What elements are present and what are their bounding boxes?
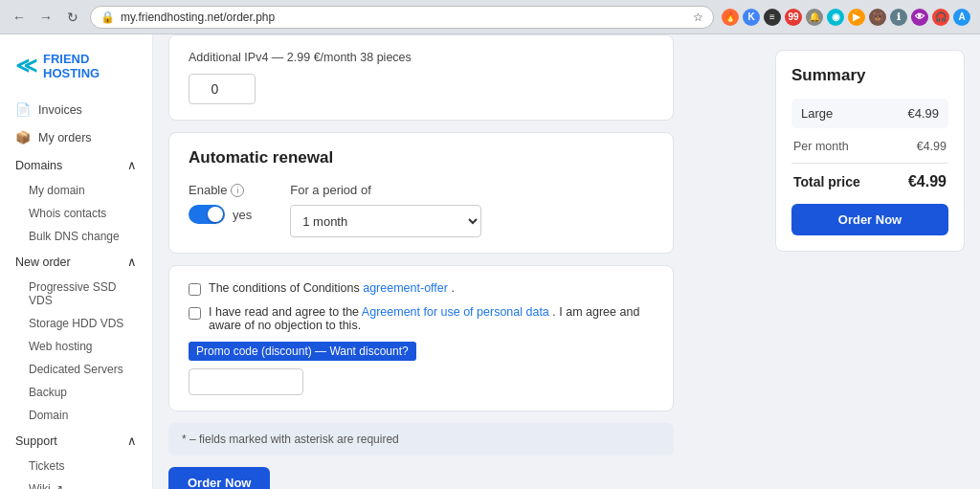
sidebar-item-whois-contacts-label: Whois contacts [29,207,106,220]
period-label: For a period of [290,183,481,197]
summary-total-label: Total price [793,174,860,189]
back-button[interactable]: ← [10,8,29,27]
enable-info-icon[interactable]: i [231,184,244,197]
ipv4-header: Additional IPv4 — 2.99 €/month 38 pieces [189,51,654,64]
conditions-link[interactable]: agreement-offer [363,281,448,295]
personal-data-row: I have read and agree to the Agreement f… [189,305,654,332]
sidebar-item-domain-label: Domain [29,409,68,422]
summary-title: Summary [791,66,948,85]
sidebar-item-invoices-label: Invoices [38,103,82,117]
sidebar-item-web-hosting-label: Web hosting [29,340,93,353]
logo: ≪ FRIEND HOSTING [0,44,152,96]
required-note: * – fields marked with asterisk are requ… [168,423,674,456]
summary-per-month: Per month €4.99 [791,140,948,153]
ext-icon-4[interactable]: 99 [785,9,802,26]
sidebar-item-tickets-label: Tickets [29,459,65,473]
per-month-label: Per month [793,140,849,153]
ipv4-card: Additional IPv4 — 2.99 €/month 38 pieces [168,34,674,121]
enable-group: Enable i yes [189,183,252,224]
sidebar-item-progressive-ssd[interactable]: Progressive SSD VDS [0,276,152,312]
personal-data-link[interactable]: Agreement for use of personal data [362,305,549,319]
ext-icon-12[interactable]: A [953,9,970,26]
toggle-knob [208,207,223,222]
sidebar-item-web-hosting[interactable]: Web hosting [0,335,152,358]
sidebar-item-wiki-label: Wiki ↗ [29,482,63,489]
summary-total-row: Total price €4.99 [791,173,948,190]
sidebar-section-new-order-label: New order [15,256,71,269]
chevron-up-icon-3: ∧ [127,433,137,448]
sidebar-item-my-domain[interactable]: My domain [0,179,152,202]
ipv4-header-text: Additional IPv4 — 2.99 €/month 38 pieces [189,51,412,64]
ext-icon-9[interactable]: ℹ [890,9,907,26]
app-container: ≪ FRIEND HOSTING 📄 Invoices 📦 My orders … [0,34,980,489]
sidebar-item-backup[interactable]: Backup [0,381,152,404]
sidebar-item-storage-hdd[interactable]: Storage HDD VDS [0,312,152,335]
toggle-row: yes [189,205,252,224]
sidebar-item-storage-hdd-label: Storage HDD VDS [29,317,123,330]
ext-icon-2[interactable]: K [743,9,760,26]
summary-plan-row: Large €4.99 [791,99,948,128]
invoices-icon: 📄 [15,102,31,117]
ext-icon-7[interactable]: ▶ [848,9,865,26]
star-icon: ☆ [693,11,703,24]
browser-extension-icons: 🔥 K ≡ 99 🔔 ◉ ▶ 🐻 ℹ 👁 🎧 A [722,9,970,26]
sidebar-section-domains-label: Domains [15,159,62,172]
sidebar-item-dedicated-servers[interactable]: Dedicated Servers [0,358,152,381]
sidebar-section-domains[interactable]: Domains ∧ [0,151,152,179]
enable-label: Enable i [189,183,252,197]
renewal-row: Enable i yes For a period of [189,183,654,237]
summary-card: Summary Large €4.99 Per month €4.99 Tota… [775,50,965,252]
url-bar[interactable]: 🔒 my.friendhosting.net/order.php ☆ [90,6,714,29]
ext-icon-11[interactable]: 🎧 [932,9,949,26]
summary-panel: Summary Large €4.99 Per month €4.99 Tota… [760,34,980,489]
ext-icon-6[interactable]: ◉ [827,9,844,26]
content-area: Additional IPv4 — 2.99 €/month 38 pieces… [153,34,689,489]
chevron-up-icon-2: ∧ [127,255,137,269]
renewal-toggle[interactable] [189,205,225,224]
summary-order-now-button[interactable]: Order Now [791,204,948,235]
logo-icon: ≪ [15,56,37,77]
sidebar-item-whois-contacts[interactable]: Whois contacts [0,202,152,225]
ext-icon-1[interactable]: 🔥 [722,9,739,26]
logo-text: FRIEND HOSTING [43,52,137,80]
terms-card: The conditions of Conditions agreement-o… [168,265,674,411]
sidebar-item-dedicated-servers-label: Dedicated Servers [29,363,123,376]
summary-plan-price: €4.99 [907,106,939,121]
sidebar-item-tickets[interactable]: Tickets [0,455,152,478]
order-now-button[interactable]: Order Now [168,467,270,489]
sidebar-item-backup-label: Backup [29,386,67,399]
ipv4-quantity-input[interactable] [189,74,256,104]
sidebar-section-new-order[interactable]: New order ∧ [0,248,152,276]
sidebar-item-bulk-dns-label: Bulk DNS change [29,230,120,243]
sidebar-item-wiki[interactable]: Wiki ↗ [0,478,152,489]
forward-button[interactable]: → [36,8,56,27]
reload-button[interactable]: ↻ [63,8,82,27]
chevron-up-icon: ∧ [127,158,137,172]
main-content: Additional IPv4 — 2.99 €/month 38 pieces… [153,34,760,489]
sidebar-item-bulk-dns[interactable]: Bulk DNS change [0,225,152,248]
promo-toggle-label[interactable]: Promo code (discount) — Want discount? [189,342,416,361]
ext-icon-10[interactable]: 👁 [911,9,928,26]
summary-total-price: €4.99 [908,173,947,190]
lock-icon: 🔒 [100,11,115,24]
sidebar-item-invoices[interactable]: 📄 Invoices [0,96,152,123]
conditions-row: The conditions of Conditions agreement-o… [189,281,654,296]
summary-divider [791,163,948,164]
sidebar-section-support[interactable]: Support ∧ [0,427,152,455]
sidebar-item-my-domain-label: My domain [29,184,85,197]
sidebar-item-domain[interactable]: Domain [0,404,152,427]
sidebar: ≪ FRIEND HOSTING 📄 Invoices 📦 My orders … [0,34,153,489]
period-select[interactable]: 1 month 3 months 6 months 12 months [290,205,481,237]
sidebar-item-my-orders-label: My orders [38,131,92,144]
ext-icon-3[interactable]: ≡ [764,9,781,26]
ext-icon-8[interactable]: 🐻 [869,9,886,26]
conditions-text: The conditions of Conditions agreement-o… [209,281,455,295]
toggle-label: yes [233,208,252,222]
promo-code-input[interactable] [189,368,303,395]
summary-plan-name: Large [801,106,833,121]
sidebar-item-my-orders[interactable]: 📦 My orders [0,123,152,151]
my-orders-icon: 📦 [15,130,31,144]
conditions-checkbox[interactable] [189,283,201,296]
personal-data-checkbox[interactable] [189,307,201,320]
ext-icon-5[interactable]: 🔔 [806,9,823,26]
